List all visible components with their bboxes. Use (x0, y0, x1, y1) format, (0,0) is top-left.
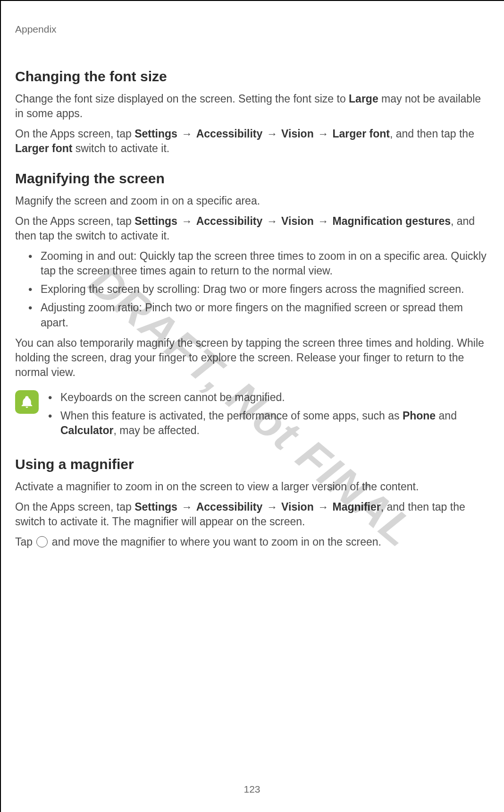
text: and move the magnifier to where you want… (49, 536, 381, 548)
page-top-border (0, 0, 504, 5)
arrow-icon: → (180, 127, 193, 141)
paragraph: On the Apps screen, tap Settings → Acces… (15, 214, 489, 243)
heading-changing-font-size: Changing the font size (15, 68, 489, 85)
bold-settings: Settings (134, 215, 177, 227)
bold-phone: Phone (403, 410, 436, 422)
paragraph: Activate a magnifier to zoom in on the s… (15, 479, 489, 494)
text: and (436, 410, 457, 422)
paragraph: On the Apps screen, tap Settings → Acces… (15, 127, 489, 156)
bold-magnifier: Magnifier (333, 501, 381, 513)
bullet-list: Zooming in and out: Quickly tap the scre… (28, 249, 489, 330)
paragraph: Tap and move the magnifier to where you … (15, 535, 489, 549)
text: On the Apps screen, tap (15, 501, 134, 513)
bold-large: Large (349, 93, 378, 105)
bold-vision: Vision (281, 128, 314, 140)
arrow-icon: → (180, 500, 193, 514)
paragraph: On the Apps screen, tap Settings → Acces… (15, 500, 489, 529)
page-number: 123 (0, 784, 504, 795)
document-page: Appendix Changing the font size Change t… (0, 0, 504, 812)
text: switch to activate it. (72, 142, 169, 154)
heading-using-magnifier: Using a magnifier (15, 456, 489, 473)
text: On the Apps screen, tap (15, 128, 134, 140)
arrow-icon: → (317, 127, 329, 141)
bold-vision: Vision (281, 501, 314, 513)
arrow-icon: → (180, 214, 193, 229)
text: Change the font size displayed on the sc… (15, 93, 349, 105)
arrow-icon: → (266, 214, 278, 229)
list-item: When this feature is activated, the perf… (48, 409, 489, 438)
arrow-icon: → (317, 500, 329, 514)
bold-magnification-gestures: Magnification gestures (333, 215, 451, 227)
bold-settings: Settings (134, 128, 177, 140)
text: On the Apps screen, tap (15, 215, 134, 227)
arrow-icon: → (266, 500, 278, 514)
text: When this feature is activated, the perf… (60, 410, 403, 422)
page-left-border (0, 0, 5, 812)
bold-vision: Vision (281, 215, 314, 227)
arrow-icon: → (266, 127, 278, 141)
running-head: Appendix (15, 24, 489, 35)
bold-larger-font: Larger font (15, 142, 72, 154)
paragraph: Change the font size displayed on the sc… (15, 92, 489, 121)
text: , and then tap the (390, 128, 474, 140)
bold-accessibility: Accessibility (196, 128, 263, 140)
paragraph: Magnify the screen and zoom in on a spec… (15, 194, 489, 208)
bold-accessibility: Accessibility (196, 215, 263, 227)
bold-larger-font: Larger font (333, 128, 390, 140)
bell-icon (20, 395, 34, 409)
circle-button-icon (36, 536, 48, 547)
text: , may be affected. (113, 424, 199, 436)
note-list: Keyboards on the screen cannot be magnif… (48, 388, 489, 442)
paragraph: You can also temporarily magnify the scr… (15, 336, 489, 380)
text: Tap (15, 536, 35, 548)
arrow-icon: → (317, 214, 329, 229)
list-item: Exploring the screen by scrolling: Drag … (28, 282, 489, 297)
bold-calculator: Calculator (60, 424, 113, 436)
list-item: Adjusting zoom ratio: Pinch two or more … (28, 300, 489, 330)
bold-settings: Settings (134, 501, 177, 513)
note-block: Keyboards on the screen cannot be magnif… (15, 388, 489, 442)
list-item: Keyboards on the screen cannot be magnif… (48, 390, 489, 405)
note-bell-icon (15, 390, 39, 414)
bold-accessibility: Accessibility (196, 501, 263, 513)
list-item: Zooming in and out: Quickly tap the scre… (28, 249, 489, 278)
heading-magnifying-screen: Magnifying the screen (15, 170, 489, 187)
